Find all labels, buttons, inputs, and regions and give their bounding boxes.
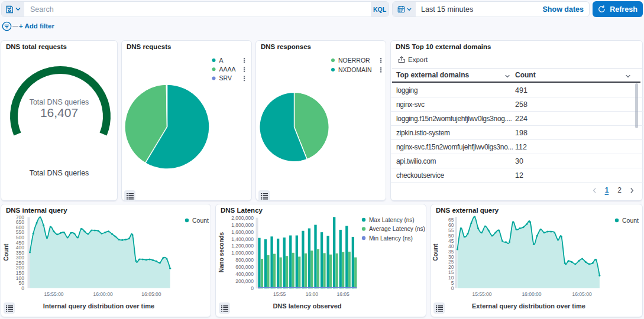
legend-actions-icon[interactable]	[380, 69, 381, 70]
data-point[interactable]	[163, 257, 164, 259]
data-point[interactable]	[77, 237, 79, 239]
bar-average-latency[interactable]	[342, 252, 344, 289]
data-point[interactable]	[260, 287, 261, 288]
data-point[interactable]	[94, 230, 96, 232]
data-point[interactable]	[571, 261, 572, 263]
data-point[interactable]	[481, 232, 483, 233]
bar-max-latency[interactable]	[277, 239, 279, 288]
bar-max-latency[interactable]	[345, 226, 348, 288]
bar-average-latency[interactable]	[323, 253, 325, 288]
bar-average-latency[interactable]	[310, 250, 313, 288]
data-point[interactable]	[73, 233, 75, 235]
bar-average-latency[interactable]	[279, 258, 281, 289]
bar-average-latency[interactable]	[335, 253, 338, 288]
data-point[interactable]	[540, 229, 542, 230]
data-point[interactable]	[512, 221, 514, 223]
data-point[interactable]	[145, 259, 147, 261]
data-point[interactable]	[80, 228, 82, 230]
bar-max-latency[interactable]	[283, 237, 286, 288]
data-point[interactable]	[104, 232, 106, 233]
data-point[interactable]	[90, 230, 92, 232]
data-point[interactable]	[46, 237, 48, 239]
legend-toggle-button[interactable]	[258, 190, 270, 201]
data-point[interactable]	[460, 227, 462, 229]
column-header-count[interactable]: Count	[515, 71, 536, 79]
data-point[interactable]	[128, 237, 130, 239]
sort-chevron-icon[interactable]	[504, 73, 510, 79]
data-point[interactable]	[115, 236, 116, 237]
data-point[interactable]	[592, 262, 594, 264]
data-point[interactable]	[63, 232, 65, 233]
data-point[interactable]	[159, 262, 161, 263]
data-point[interactable]	[491, 235, 493, 237]
data-point[interactable]	[60, 232, 62, 234]
table-row[interactable]: logging.f15n2womfujehfjlwv0lgs3nog....22…	[391, 112, 643, 126]
data-point[interactable]	[574, 263, 576, 265]
bar-max-latency[interactable]	[270, 236, 273, 288]
data-point[interactable]	[354, 287, 355, 288]
table-row[interactable]: nginx-svc.f15n2womfujehfjlwv0lgs3no...11…	[391, 140, 643, 154]
data-point[interactable]	[111, 233, 113, 235]
legend-actions-icon[interactable]	[244, 67, 245, 68]
bar-average-latency[interactable]	[354, 258, 357, 289]
data-point[interactable]	[84, 230, 86, 232]
bar-max-latency[interactable]	[308, 229, 310, 289]
data-point[interactable]	[341, 287, 342, 288]
data-point[interactable]	[477, 227, 479, 229]
data-point[interactable]	[121, 239, 123, 241]
column-header-domains[interactable]: Top external domains	[396, 71, 469, 79]
data-point[interactable]	[279, 287, 280, 288]
data-point[interactable]	[50, 226, 51, 227]
legend-actions-icon[interactable]	[380, 58, 381, 59]
data-point[interactable]	[303, 287, 305, 288]
table-row[interactable]: nginx-svc258	[391, 97, 643, 112]
bar-max-latency[interactable]	[333, 217, 335, 288]
bar-max-latency[interactable]	[296, 236, 298, 289]
legend-actions-icon[interactable]	[244, 61, 245, 63]
bar-average-latency[interactable]	[317, 249, 319, 288]
bar-max-latency[interactable]	[264, 239, 267, 288]
legend-actions-icon[interactable]	[380, 71, 381, 72]
add-filter-button[interactable]: + Add filter	[19, 22, 54, 30]
bar-max-latency[interactable]	[326, 236, 329, 288]
show-dates-button[interactable]: Show dates	[543, 2, 589, 17]
search-input[interactable]	[24, 2, 371, 17]
data-point[interactable]	[509, 241, 510, 243]
panel-title[interactable]: DNS Top 10 external domains	[396, 43, 491, 50]
legend-actions-icon[interactable]	[244, 76, 245, 77]
legend-actions-icon[interactable]	[380, 60, 381, 61]
data-point[interactable]	[39, 216, 41, 218]
data-point[interactable]	[132, 234, 134, 236]
data-point[interactable]	[29, 251, 31, 253]
bar-max-latency[interactable]	[321, 232, 323, 288]
bar-max-latency[interactable]	[258, 238, 260, 289]
bar-max-latency[interactable]	[352, 237, 354, 288]
data-point[interactable]	[554, 232, 555, 233]
table-row[interactable]: zipkin.istio-system198	[391, 126, 643, 140]
data-point[interactable]	[101, 233, 102, 235]
data-point[interactable]	[266, 287, 268, 288]
legend-actions-icon[interactable]	[244, 80, 245, 81]
bar-max-latency[interactable]	[314, 225, 316, 289]
legend-actions-icon[interactable]	[244, 58, 245, 59]
table-row[interactable]: logging491	[391, 83, 643, 97]
data-point[interactable]	[156, 261, 157, 262]
next-page-button[interactable]	[629, 187, 635, 194]
data-point[interactable]	[347, 287, 349, 288]
data-point[interactable]	[546, 230, 548, 232]
data-point[interactable]	[543, 232, 545, 233]
filter-in-circle-icon[interactable]	[2, 21, 12, 31]
data-point[interactable]	[557, 239, 559, 241]
refresh-button[interactable]: Refresh	[593, 1, 643, 17]
bar-average-latency[interactable]	[267, 255, 269, 288]
previous-page-button[interactable]	[591, 187, 598, 194]
data-point[interactable]	[56, 233, 58, 235]
data-point[interactable]	[585, 261, 587, 263]
bar-max-latency[interactable]	[289, 236, 292, 289]
data-point[interactable]	[142, 258, 144, 260]
data-point[interactable]	[138, 258, 140, 260]
table-scrollbar[interactable]	[635, 83, 638, 128]
data-point[interactable]	[464, 236, 465, 237]
data-point[interactable]	[550, 230, 552, 232]
legend-toggle-button[interactable]	[219, 302, 230, 314]
